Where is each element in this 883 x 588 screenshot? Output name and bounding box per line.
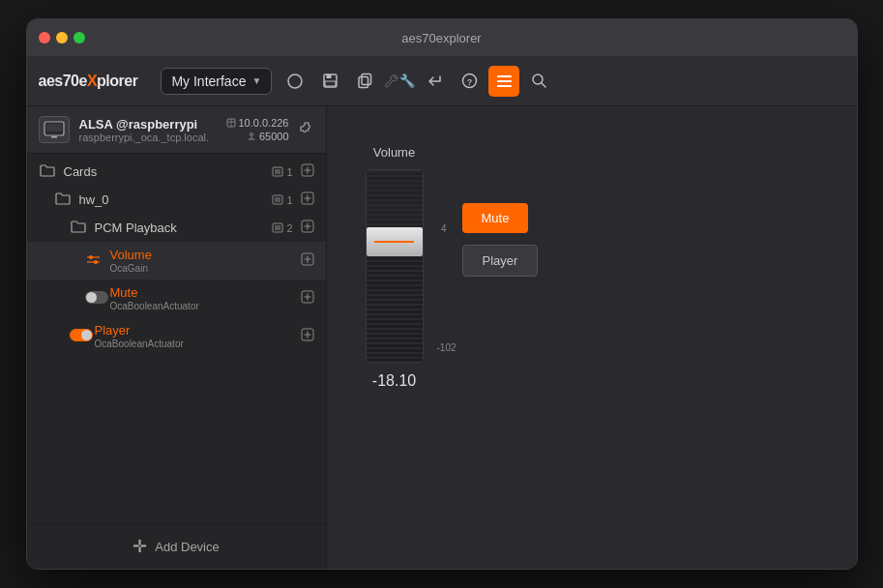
mute-tree-label: Mute xyxy=(110,285,293,300)
tree-item-hw0[interactable]: hw_0 1 xyxy=(27,186,326,214)
tree-item-cards[interactable]: Cards 1 xyxy=(27,158,326,186)
device-meta: 10.0.0.226 65000 xyxy=(226,117,289,142)
folder-icon-hw0 xyxy=(54,191,72,208)
tree-item-mute[interactable]: Mute OcaBooleanActuator xyxy=(27,279,326,317)
device-icon xyxy=(39,116,70,143)
puzzle-icon[interactable] xyxy=(299,121,314,139)
player-toggle-knob xyxy=(81,330,92,340)
slider-wrapper: 4 -102 xyxy=(366,169,424,363)
tree-item-pcm[interactable]: PCM Playback 2 xyxy=(27,214,326,242)
add-device-label: Add Device xyxy=(155,540,219,554)
svg-rect-2 xyxy=(326,74,331,78)
volume-slider[interactable] xyxy=(366,169,424,363)
toggle-on-icon xyxy=(70,329,87,344)
mute-label-wrap: Mute OcaBooleanActuator xyxy=(110,285,293,311)
pcm-count: 2 xyxy=(272,222,292,234)
mute-toggle xyxy=(85,291,108,304)
device-header: ALSA @raspberrypi raspberrypi._oca._tcp.… xyxy=(27,106,326,154)
pcm-label-wrap: PCM Playback xyxy=(95,220,265,235)
save-button[interactable] xyxy=(314,66,345,97)
cards-action-icon[interactable] xyxy=(301,163,314,180)
detail-content-row: Volume 4 -102 -18.10 xyxy=(366,145,539,390)
svg-rect-24 xyxy=(275,225,280,230)
list-view-button[interactable] xyxy=(488,66,519,97)
app-logo: aes70eXplorer xyxy=(39,73,138,90)
mute-action-icon[interactable] xyxy=(301,290,314,307)
detail-panel: Volume 4 -102 -18.10 xyxy=(327,106,857,569)
search-circle-button[interactable] xyxy=(280,66,310,97)
search-circle-icon xyxy=(286,73,304,90)
tree-item-player[interactable]: Player OcaBooleanActuator xyxy=(27,317,326,355)
titlebar: aes70explorer xyxy=(27,19,857,56)
volume-action-icon[interactable] xyxy=(301,252,314,269)
save-icon xyxy=(322,73,338,89)
window-title: aes70explorer xyxy=(401,31,481,45)
volume-label-wrap: Volume OcaGain xyxy=(110,248,293,274)
add-device-footer[interactable]: ✛ Add Device xyxy=(27,523,326,569)
slider-max-label: 4 xyxy=(441,223,447,234)
pcm-label: PCM Playback xyxy=(95,220,265,235)
slider-thumb[interactable] xyxy=(367,227,423,256)
svg-rect-13 xyxy=(46,124,62,132)
anchor-icon xyxy=(247,132,256,141)
tree-list: Cards 1 xyxy=(27,154,326,523)
player-sublabel: OcaBooleanActuator xyxy=(95,338,293,349)
fullscreen-button[interactable] xyxy=(74,32,85,44)
hw0-count: 1 xyxy=(272,194,292,206)
device-sub: raspberrypi._oca._tcp.local. xyxy=(79,132,217,143)
svg-rect-14 xyxy=(51,136,57,138)
svg-rect-10 xyxy=(497,85,512,87)
svg-rect-9 xyxy=(497,80,512,82)
copy-icon xyxy=(357,73,373,89)
player-toggle xyxy=(70,329,93,341)
dropdown-arrow-icon: ▼ xyxy=(251,75,261,86)
device-info: ALSA @raspberrypi raspberrypi._oca._tcp.… xyxy=(79,117,217,143)
sidebar: ALSA @raspberrypi raspberrypi._oca._tcp.… xyxy=(27,106,327,569)
toggle-off-icon xyxy=(85,291,103,307)
svg-rect-4 xyxy=(362,74,371,85)
svg-point-27 xyxy=(89,255,93,259)
device-port: 65000 xyxy=(247,131,289,142)
tree-item-volume[interactable]: Volume OcaGain xyxy=(27,242,326,279)
volume-value: -18.10 xyxy=(372,372,416,390)
volume-section: Volume 4 -102 -18.10 xyxy=(366,145,424,390)
interface-label: My Interface xyxy=(171,74,246,89)
device-ip: 10.0.0.226 xyxy=(226,117,289,129)
traffic-lights xyxy=(39,32,85,44)
enter-icon xyxy=(427,74,443,88)
main-content: ALSA @raspberrypi raspberrypi._oca._tcp.… xyxy=(27,106,857,569)
hw0-label-wrap: hw_0 xyxy=(79,192,265,207)
search-button[interactable] xyxy=(523,66,554,97)
device-name: ALSA @raspberrypi xyxy=(79,117,217,132)
volume-sublabel: OcaGain xyxy=(110,263,293,274)
search-icon xyxy=(531,73,547,89)
network-icon xyxy=(226,118,236,128)
player-tree-label: Player xyxy=(95,323,293,338)
minimize-button[interactable] xyxy=(56,32,68,44)
close-button[interactable] xyxy=(39,32,50,44)
mute-button[interactable]: Mute xyxy=(462,203,529,233)
svg-rect-18 xyxy=(275,169,280,174)
player-action-icon[interactable] xyxy=(301,328,314,344)
svg-point-29 xyxy=(94,260,98,264)
tools-icon xyxy=(384,73,399,89)
svg-rect-21 xyxy=(275,197,280,202)
cards-label: Cards xyxy=(64,164,265,179)
enter-button[interactable] xyxy=(419,66,450,97)
pcm-action-icon[interactable] xyxy=(301,220,314,236)
tools-button[interactable]: 🔧 xyxy=(384,66,415,97)
cards-label-wrap: Cards xyxy=(64,164,265,179)
player-button[interactable]: Player xyxy=(462,245,539,277)
interface-selector[interactable]: My Interface ▼ xyxy=(161,68,272,95)
player-label-wrap: Player OcaBooleanActuator xyxy=(95,323,293,349)
help-button[interactable]: ? xyxy=(454,66,485,97)
cards-count: 1 xyxy=(272,166,292,178)
copy-button[interactable] xyxy=(349,66,380,97)
mute-sublabel: OcaBooleanActuator xyxy=(110,301,293,311)
svg-rect-8 xyxy=(497,75,512,77)
slider-thumb-line xyxy=(374,241,414,243)
volume-tree-label: Volume xyxy=(110,248,293,262)
hw0-action-icon[interactable] xyxy=(301,191,314,208)
slider-min-label: -102 xyxy=(436,342,456,353)
toggle-knob xyxy=(86,292,97,303)
